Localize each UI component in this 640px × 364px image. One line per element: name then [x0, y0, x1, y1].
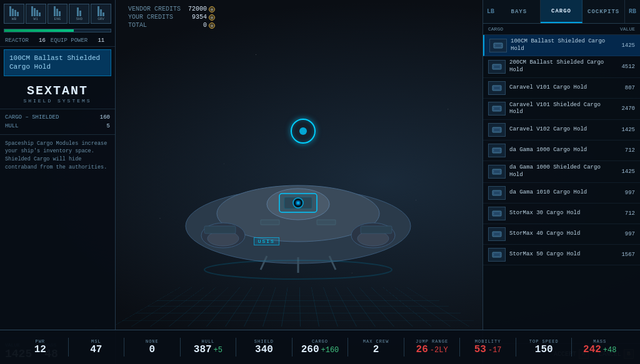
- bottom-stat-value: 2: [373, 344, 379, 355]
- bottom-stat-diff: -2LY: [430, 346, 448, 355]
- cargo-item-name: da Gama 1010 Cargo Hold: [509, 189, 606, 197]
- cargo-item-name: Caravel V101 Cargo Hold: [509, 84, 606, 92]
- svg-rect-14: [204, 226, 236, 234]
- bottom-stat-label: MAX CREW: [363, 339, 389, 344]
- bottom-stat-col: TOP SPEED150: [516, 339, 572, 355]
- cargo-item-icon: [488, 248, 506, 262]
- svg-rect-13: [317, 220, 336, 225]
- cargo-item-name: 100CM Ballast Shielded Cargo Hold: [511, 38, 606, 52]
- cargo-item-name: StorMax 40 Cargo Hold: [509, 230, 606, 238]
- bottom-stat-col: None0: [124, 339, 180, 355]
- cargo-item-name: 200CM Ballast Shielded Cargo Hold: [509, 59, 606, 74]
- cargo-list-item[interactable]: Caravel V101 Shielded Cargo Hold2470: [483, 99, 640, 120]
- cargo-item-value: 807: [610, 85, 635, 91]
- list-column-headers: CARGO VALUE: [483, 24, 640, 35]
- cargo-list-item[interactable]: StorMax 30 Cargo Hold712: [483, 204, 640, 224]
- cargo-list-item[interactable]: 200CM Ballast Shielded Cargo Hold4512: [483, 56, 640, 77]
- cargo-list-item[interactable]: da Gama 1000 Shielded Cargo Hold1425: [483, 161, 640, 182]
- cargo-item-icon: [488, 186, 506, 200]
- cargo-item-icon: [488, 227, 506, 241]
- tab-cockpits[interactable]: COCKPITS: [582, 0, 625, 23]
- slot-grv[interactable]: GRV: [91, 4, 111, 24]
- cargo-item-value: 712: [610, 210, 635, 217]
- bottom-stat-value: 47: [90, 344, 102, 355]
- brand-sub: SHIELD SYSTEMS: [5, 98, 110, 104]
- bottom-stat-col: HULL387+5: [181, 339, 236, 355]
- cargo-item-name: StorMax 30 Cargo Hold: [509, 210, 606, 217]
- bottom-stats-bar: PWR12MSL47None0HULL387+5SHIELD340CARGO26…: [0, 330, 640, 364]
- ship-tag: USIS: [254, 237, 279, 245]
- cargo-item-value: 1425: [610, 42, 635, 49]
- tab-bays[interactable]: BAYS: [498, 0, 541, 23]
- stat-hull: HULL 5: [5, 122, 110, 130]
- bottom-stat-value: 53: [474, 344, 486, 355]
- bottom-stat-col: MASS242+48: [572, 339, 628, 355]
- brand-name: SEXTANT: [5, 84, 110, 98]
- cargo-item-value: 1425: [610, 169, 635, 175]
- cargo-list-item[interactable]: da Gama 1010 Cargo Hold997: [483, 183, 640, 204]
- bottom-stat-value: 242: [583, 344, 601, 355]
- your-credits-value: 9354 ◎: [192, 14, 215, 21]
- bottom-stat-value: 26: [416, 344, 428, 355]
- reactor-value: 16: [39, 37, 46, 44]
- bottom-stat-label: MOBILITY: [475, 339, 501, 344]
- bottom-stat-label: MASS: [593, 339, 606, 344]
- svg-rect-15: [361, 226, 392, 234]
- cargo-item-name: StorMax 50 Cargo Hold: [509, 251, 606, 258]
- reactor-row: REACTOR 16 EQUIP POWER 11: [0, 35, 115, 47]
- right-panel: LB BAYS CARGO COCKPITS RB CARGO VALUE 10…: [482, 0, 640, 364]
- cargo-list-item[interactable]: 100CM Ballast Shielded Cargo Hold1425: [483, 35, 640, 56]
- cargo-item-icon: [488, 81, 506, 95]
- cargo-list[interactable]: 100CM Ballast Shielded Cargo Hold1425 20…: [483, 35, 640, 343]
- module-highlight: [291, 119, 316, 144]
- cargo-list-item[interactable]: Caravel V101 Cargo Hold807: [483, 78, 640, 99]
- cargo-item-value: 997: [610, 190, 635, 196]
- svg-point-11: [297, 202, 299, 204]
- ship-viewport: USIS: [112, 37, 484, 327]
- bottom-stat-value: 150: [535, 344, 553, 355]
- cargo-list-item[interactable]: StorMax 50 Cargo Hold1567: [483, 245, 640, 265]
- tab-cargo[interactable]: CARGO: [541, 0, 583, 23]
- cargo-item-icon: [489, 39, 507, 52]
- cargo-item-value: 1425: [610, 127, 635, 133]
- cargo-list-item[interactable]: Caravel V102 Cargo Hold1425: [483, 120, 640, 140]
- bottom-stat-value: 387: [194, 344, 212, 355]
- bottom-stat-label: HULL: [202, 339, 215, 344]
- bottom-stat-col: MAX CREW2: [348, 339, 404, 355]
- slot-wb[interactable]: WB: [4, 4, 24, 24]
- bottom-stat-value: 12: [34, 344, 46, 355]
- vendor-credits-icon: ◎: [209, 6, 215, 12]
- cargo-item-name: da Gama 1000 Cargo Hold: [509, 147, 606, 154]
- tab-rb[interactable]: RB: [625, 0, 640, 23]
- col-value-header: VALUE: [607, 26, 635, 32]
- slot-eng[interactable]: ENG: [48, 4, 68, 24]
- total-value: 0 ◎: [203, 22, 215, 29]
- brand-logo: SEXTANT SHIELD SYSTEMS: [0, 79, 115, 109]
- bottom-stat-diff: -17: [488, 346, 502, 355]
- total-label: TOTAL: [128, 22, 147, 29]
- tab-lb[interactable]: LB: [483, 0, 498, 23]
- slot-shd[interactable]: SHD: [69, 4, 89, 24]
- tab-bar: LB BAYS CARGO COCKPITS RB: [483, 0, 640, 24]
- bottom-stat-col: MOBILITY53-17: [460, 339, 516, 355]
- svg-rect-12: [261, 220, 279, 225]
- cargo-item-icon: [488, 165, 506, 179]
- cargo-item-name: Caravel V102 Cargo Hold: [509, 126, 606, 134]
- bottom-stat-label: CARGO: [312, 339, 328, 344]
- bottom-stat-label: TOP SPEED: [529, 339, 559, 344]
- cargo-list-item[interactable]: StorMax 40 Cargo Hold997: [483, 224, 640, 245]
- credits-bar: VENDOR CREDITS 72000 ◎ YOUR CREDITS 9354…: [116, 0, 484, 34]
- cargo-item-value: 1567: [610, 252, 635, 258]
- cargo-item-icon: [488, 123, 506, 137]
- slot-w1[interactable]: W1: [26, 4, 46, 24]
- col-cargo-header: CARGO: [488, 26, 607, 32]
- cargo-item-value: 712: [610, 147, 635, 154]
- your-credits-label: YOUR CREDITS: [128, 14, 173, 21]
- cargo-item-name: da Gama 1000 Shielded Cargo Hold: [509, 164, 606, 179]
- bottom-stat-col: PWR12: [12, 339, 68, 355]
- bottom-stat-diff: +160: [321, 346, 339, 355]
- cargo-list-item[interactable]: da Gama 1000 Cargo Hold712: [483, 140, 640, 161]
- bottom-stat-diff: +5: [214, 346, 222, 355]
- credits-block: VENDOR CREDITS 72000 ◎ YOUR CREDITS 9354…: [128, 6, 215, 29]
- cargo-item-icon: [488, 144, 506, 157]
